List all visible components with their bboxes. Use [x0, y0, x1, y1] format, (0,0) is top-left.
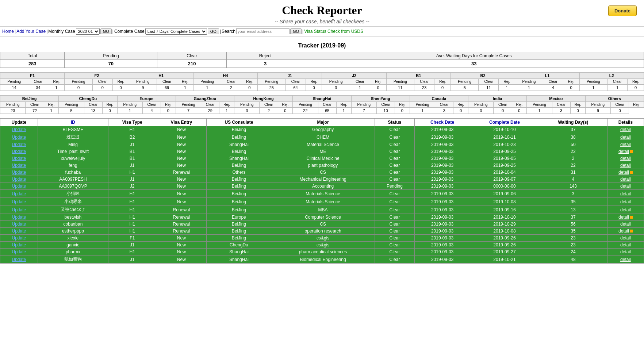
table-row: UpdatecobanbanH1RenewalBeiJingCSClear201… — [0, 221, 644, 228]
detail-link[interactable]: detail — [620, 142, 631, 147]
table-row: UpdatexiexieF1NewBeiJingcs&gisClear2019-… — [0, 235, 644, 242]
update-link[interactable]: Update — [12, 149, 26, 154]
update-link[interactable]: Update — [12, 184, 26, 189]
update-link[interactable]: Update — [12, 242, 26, 247]
nav-sep-4: | — [220, 29, 221, 34]
search-go-button[interactable]: GO — [290, 28, 302, 34]
detail-link[interactable]: detail — [620, 191, 631, 196]
update-link[interactable]: Update — [12, 156, 26, 161]
detail-link[interactable]: detail — [620, 199, 631, 204]
page-title: Check Reporter — [0, 4, 644, 17]
table-row: UpdatexuweiweijulyB1NewShangHaiClinical … — [0, 155, 644, 162]
detail-link[interactable]: detail — [620, 249, 631, 254]
id-cell: AA0097QOVP — [38, 183, 108, 190]
table-row: Update又被check了H1RenewalBeiJingMBAClear20… — [0, 206, 644, 214]
update-link[interactable]: Update — [12, 127, 26, 132]
nav-sep-3: | — [112, 29, 114, 34]
id-cell: cobanban — [38, 221, 108, 228]
id-cell: 小鸡啄米 — [38, 198, 108, 206]
detail-link[interactable]: detail — [618, 228, 629, 234]
update-link[interactable]: Update — [12, 228, 26, 234]
detail-link[interactable]: detail — [618, 215, 629, 220]
detail-link[interactable]: detail — [620, 156, 631, 161]
update-link[interactable]: Update — [12, 249, 26, 254]
update-link[interactable]: Update — [12, 207, 26, 212]
detail-link[interactable]: detail — [620, 207, 631, 212]
nav-visa-status[interactable]: Visa Status Check from USDS — [304, 29, 363, 34]
id-cell: 又被check了 — [38, 206, 108, 214]
id-cell: estherpppp — [38, 228, 108, 235]
table-row: UpdatefuchabaH1RenewalOthersCSClear2019-… — [0, 169, 644, 176]
search-input[interactable] — [236, 28, 290, 34]
nav-sep-1: | — [15, 29, 16, 34]
update-link[interactable]: Update — [12, 199, 26, 204]
table-row: UpdateBLESSMEH1NewBeiJingGeographyClear2… — [0, 126, 644, 133]
id-cell: feng — [38, 162, 108, 169]
table-row: UpdateAA0097PESHJ1NewBeiJingMechanical E… — [0, 176, 644, 183]
id-cell: bestwish — [38, 214, 108, 221]
update-link[interactable]: Update — [12, 170, 26, 175]
id-cell: 过过过 — [38, 133, 108, 141]
subtitle: -- Share your case, benefit all checkees… — [0, 19, 644, 24]
update-link[interactable]: Update — [12, 163, 26, 168]
table-row: UpdateestherppppH1RenewalBeiJingoperatio… — [0, 228, 644, 235]
summary-table: TotalPendingClearRejectAve. Waiting Days… — [0, 52, 644, 68]
tracker-title: Tracker (2019-09) — [0, 42, 644, 49]
table-row: Update小鸡啄米H1NewBeiJingMaterials ScienceC… — [0, 198, 644, 206]
nav-sep-5: | — [302, 29, 303, 34]
main-data-table: UpdateIDVisa TypeVisa EntryUS ConsulateM… — [0, 118, 644, 264]
id-cell: 稳如泰狗 — [38, 256, 108, 264]
table-row: UpdateMingJ1NewShangHaiMaterial ScienceC… — [0, 141, 644, 148]
table-row: UpdateTime_past_swiftB1NewBeiJingMEClear… — [0, 148, 644, 155]
id-cell: BLESSME — [38, 126, 108, 133]
complete-case-go-button[interactable]: GO — [208, 28, 219, 34]
consulate-table: BeiJingChengDuEuropeGuangZhouHongKongSha… — [0, 95, 644, 114]
monthly-case-select[interactable]: 2020-01 — [76, 28, 100, 35]
table-row: Update过过过B2NewBeiJingCHEMClear2019-09-03… — [0, 133, 644, 141]
id-cell: fuchaba — [38, 169, 108, 176]
search-label: Search — [222, 29, 235, 34]
donate-button[interactable]: Donate — [608, 5, 637, 16]
flag-icon — [630, 230, 633, 233]
table-row: UpdatefengJ1NewBeiJingplant pathologyCle… — [0, 162, 644, 169]
update-link[interactable]: Update — [12, 191, 26, 196]
id-cell: Time_past_swift — [38, 148, 108, 155]
flag-icon — [630, 150, 633, 153]
detail-link[interactable]: detail — [620, 177, 631, 182]
nav-add-case[interactable]: Add Your Case — [16, 29, 46, 34]
detail-link[interactable]: detail — [620, 257, 631, 262]
id-cell: AA0097PESH — [38, 176, 108, 183]
complete-case-select[interactable]: Last 7 Days' Complete Cases — [145, 28, 207, 35]
update-link[interactable]: Update — [12, 222, 26, 227]
table-row: UpdateganxieJ1NewChengDucs&gisClear2019-… — [0, 242, 644, 249]
detail-link[interactable]: detail — [620, 242, 631, 247]
monthly-case-label: Monthly Case — [48, 29, 75, 34]
table-row: UpdatepharmxH1NewShangHaipharmaceutical … — [0, 249, 644, 256]
update-link[interactable]: Update — [12, 215, 26, 220]
update-link[interactable]: Update — [12, 135, 26, 140]
nav-sep-2: | — [46, 29, 47, 34]
nav-home[interactable]: Home — [2, 29, 14, 34]
detail-link[interactable]: detail — [620, 184, 631, 189]
detail-link[interactable]: detail — [620, 135, 631, 140]
monthly-case-go-button[interactable]: GO — [100, 28, 112, 34]
detail-link[interactable]: detail — [618, 149, 629, 154]
id-cell: xuweiweijuly — [38, 155, 108, 162]
update-link[interactable]: Update — [12, 235, 26, 241]
detail-link[interactable]: detail — [620, 127, 631, 132]
update-link[interactable]: Update — [12, 177, 26, 182]
id-cell: ganxie — [38, 242, 108, 249]
table-row: Update稳如泰狗J1NewShangHaiBiomedical Engine… — [0, 256, 644, 264]
detail-link[interactable]: detail — [620, 235, 631, 241]
update-link[interactable]: Update — [12, 142, 26, 147]
complete-case-label: Complete Case — [114, 29, 145, 34]
detail-link[interactable]: detail — [620, 163, 631, 168]
id-cell: xiexie — [38, 235, 108, 242]
detail-link[interactable]: detail — [620, 222, 631, 227]
table-row: UpdatebestwishH1RenewalEuropeComputer Sc… — [0, 214, 644, 221]
detail-link[interactable]: detail — [618, 170, 629, 175]
flag-icon — [630, 216, 633, 219]
id-cell: 小猫咪 — [38, 190, 108, 198]
update-link[interactable]: Update — [12, 257, 26, 262]
id-cell: pharmx — [38, 249, 108, 256]
